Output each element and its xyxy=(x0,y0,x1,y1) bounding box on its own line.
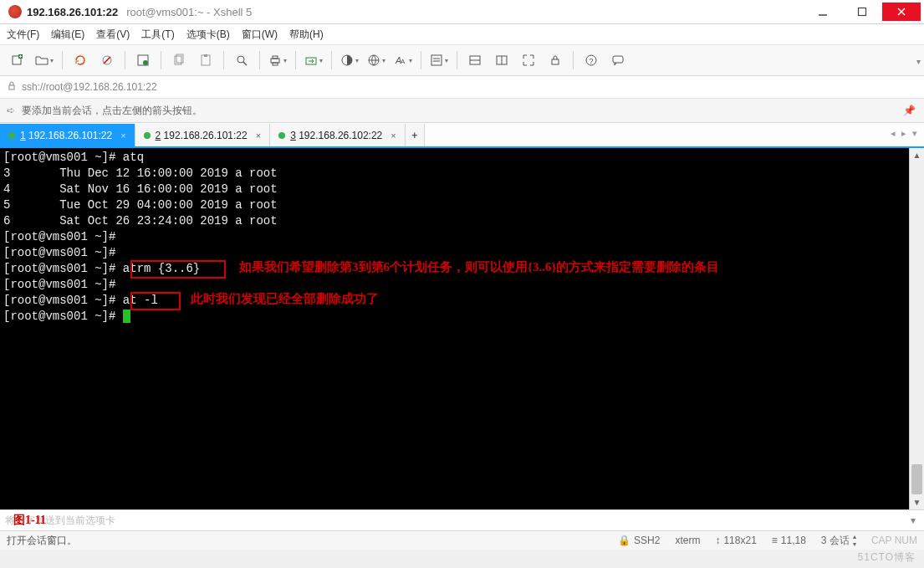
minimize-button[interactable] xyxy=(804,3,842,21)
lock-small-icon: 🔒 xyxy=(618,535,630,546)
close-button[interactable] xyxy=(882,3,921,21)
toolbar: ▾ ▾ ▾ ▾ ▾ AA▾ ▾ ? xyxy=(0,44,924,76)
lock-button[interactable] xyxy=(543,49,568,71)
svg-point-16 xyxy=(237,56,244,63)
svg-rect-18 xyxy=(271,59,279,63)
reconnect-button[interactable] xyxy=(68,49,93,71)
svg-rect-20 xyxy=(273,63,278,65)
color-scheme-button[interactable]: ▾ xyxy=(337,49,362,71)
compose-bar: 将打字发送到当前选项卡 图1-11 ▾ xyxy=(0,509,924,530)
menu-view[interactable]: 查看(V) xyxy=(96,28,130,42)
address-url[interactable]: ssh://root@192.168.26.101:22 xyxy=(22,81,157,93)
scroll-thumb[interactable] xyxy=(911,464,922,494)
svg-rect-37 xyxy=(9,85,14,90)
script-button[interactable]: ▾ xyxy=(426,49,452,71)
pin-icon[interactable]: 📌 xyxy=(903,105,916,116)
window-titlebar: 192.168.26.101:22 root@vms001:~ - Xshell… xyxy=(0,0,924,24)
add-session-arrow-icon[interactable]: ➪ xyxy=(7,105,15,116)
title-subtitle: root@vms001:~ - Xshell 5 xyxy=(126,6,252,18)
status-proto: 🔒SSH2 xyxy=(618,535,660,546)
properties-button[interactable] xyxy=(130,49,156,71)
highlight-box-atrm xyxy=(130,260,226,279)
disconnect-button[interactable] xyxy=(94,49,120,71)
svg-rect-19 xyxy=(273,56,278,59)
open-button[interactable]: ▾ xyxy=(32,49,57,71)
title-ip: 192.168.26.101:22 xyxy=(27,6,118,18)
svg-line-9 xyxy=(104,57,110,64)
svg-rect-26 xyxy=(431,55,442,65)
help-button[interactable]: ? xyxy=(579,49,604,71)
svg-text:?: ? xyxy=(590,57,594,65)
status-dot-icon xyxy=(144,132,151,139)
fullscreen-button[interactable] xyxy=(516,49,541,71)
menu-edit[interactable]: 编辑(E) xyxy=(51,28,84,42)
session-tab-3[interactable]: 3 192.168.26.102:22 × xyxy=(270,124,406,146)
status-term: xterm xyxy=(675,535,700,546)
app-logo-icon xyxy=(8,5,22,18)
status-size: ↕ 118x21 xyxy=(715,535,756,546)
tip-bar: ➪ 要添加当前会话，点击左侧的箭头按钮。 📌 xyxy=(0,99,924,123)
tab-nav-arrows[interactable]: ◂ ▸ ▾ xyxy=(891,128,919,139)
paste-button[interactable] xyxy=(193,49,218,71)
session-tab-1[interactable]: 1 192.168.26.101:22 × xyxy=(0,124,135,146)
lock-icon xyxy=(7,81,17,94)
find-button[interactable] xyxy=(229,49,254,71)
svg-text:A: A xyxy=(401,58,406,65)
maximize-button[interactable] xyxy=(843,3,881,21)
compose-dropdown-icon[interactable]: ▾ xyxy=(911,514,916,526)
svg-rect-1 xyxy=(859,8,866,16)
xftp-button[interactable]: ▾ xyxy=(301,49,326,71)
highlight-box-at-l xyxy=(130,292,181,310)
status-bar: 打开会话窗口。 🔒SSH2 xterm ↕ 118x21 ≡ 11,18 3 会… xyxy=(0,530,924,550)
status-sessions: 3 会话 ▴▾ xyxy=(821,533,856,548)
new-session-button[interactable] xyxy=(5,49,30,71)
menu-help[interactable]: 帮助(H) xyxy=(289,28,324,42)
status-dot-icon xyxy=(8,132,15,139)
svg-point-11 xyxy=(143,60,148,65)
status-left: 打开会话窗口。 xyxy=(7,534,77,548)
menu-file[interactable]: 文件(F) xyxy=(7,28,39,42)
menu-tabs[interactable]: 选项卡(B) xyxy=(186,28,230,42)
tip-text: 要添加当前会话，点击左侧的箭头按钮。 xyxy=(22,104,202,118)
status-caps: CAP NUM xyxy=(871,535,917,546)
menu-tools[interactable]: 工具(T) xyxy=(141,28,174,42)
encoding-button[interactable]: ▾ xyxy=(364,49,389,71)
watermark: 51CTO博客 xyxy=(858,550,916,565)
terminal-cursor xyxy=(123,310,130,323)
font-button[interactable]: AA▾ xyxy=(391,49,416,71)
print-button[interactable]: ▾ xyxy=(265,49,290,71)
menu-bar: 文件(F) 编辑(E) 查看(V) 工具(T) 选项卡(B) 窗口(W) 帮助(… xyxy=(0,24,924,44)
scroll-down-icon[interactable]: ▼ xyxy=(910,495,924,509)
layout-vertical-button[interactable] xyxy=(489,49,514,71)
svg-line-17 xyxy=(243,62,247,65)
status-pos: ≡ 11,18 xyxy=(772,535,806,546)
feedback-button[interactable] xyxy=(605,49,630,71)
layout-horizontal-button[interactable] xyxy=(462,49,488,71)
svg-rect-36 xyxy=(613,56,623,63)
toolbar-overflow-icon[interactable]: ▾ xyxy=(916,57,921,66)
session-tab-2[interactable]: 2 192.168.26.101:22 × xyxy=(135,124,271,146)
close-tab-icon[interactable]: × xyxy=(256,130,261,141)
close-tab-icon[interactable]: × xyxy=(120,130,125,141)
close-tab-icon[interactable]: × xyxy=(391,130,396,141)
annotation-1: 如果我们希望删除第3到第6个计划任务，则可以使用{3..6}的方式来指定需要删除… xyxy=(239,259,719,275)
svg-rect-33 xyxy=(552,59,559,64)
new-tab-button[interactable]: + xyxy=(406,124,425,146)
menu-window[interactable]: 窗口(W) xyxy=(242,28,278,42)
terminal-scrollbar[interactable]: ▲ ▼ xyxy=(909,148,924,509)
figure-label: 图1-11 xyxy=(13,513,46,528)
annotation-2: 此时我们发现已经全部删除成功了 xyxy=(191,291,379,307)
tab-strip: 1 192.168.26.101:22 × 2 192.168.26.101:2… xyxy=(0,123,924,148)
scroll-up-icon[interactable]: ▲ xyxy=(910,148,924,162)
status-dot-icon xyxy=(278,132,285,139)
terminal-pane[interactable]: [root@vms001 ~]# atq 3 Thu Dec 12 16:00:… xyxy=(0,148,924,509)
svg-rect-15 xyxy=(204,54,207,57)
copy-button[interactable] xyxy=(166,49,191,71)
address-bar: ssh://root@192.168.26.101:22 xyxy=(0,76,924,99)
